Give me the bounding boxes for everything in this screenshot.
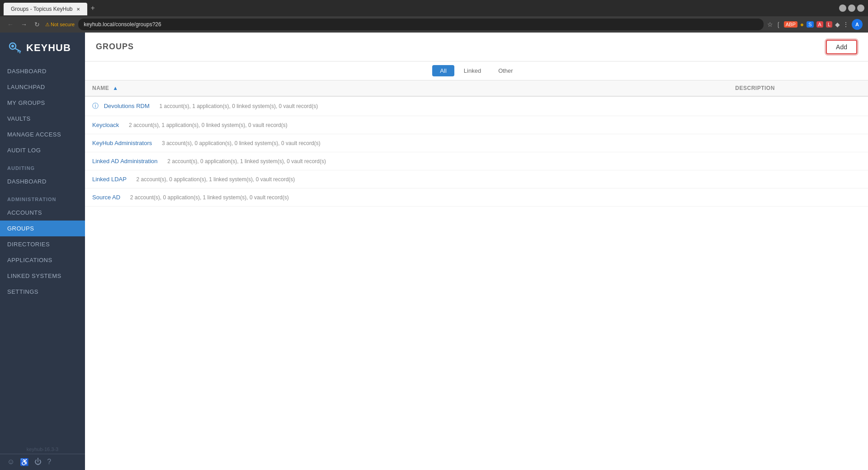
sidebar-item-manage-access[interactable]: MANAGE ACCESS bbox=[0, 127, 85, 142]
sidebar-item-linked-systems[interactable]: LINKED SYSTEMS bbox=[0, 268, 85, 284]
auditing-section-label: AUDITING bbox=[0, 158, 85, 174]
app-layout: KEYHUB DASHBOARD LAUNCHPAD MY GROUPS VAU… bbox=[0, 33, 868, 470]
group-name-link[interactable]: Linked AD Administration bbox=[92, 158, 158, 164]
group-details: 1 account(s), 1 application(s), 0 linked… bbox=[159, 103, 318, 109]
forward-button[interactable]: → bbox=[19, 20, 29, 29]
table-row: Keycloack 2 account(s), 1 application(s)… bbox=[85, 116, 868, 134]
table-cell-name: Linked LDAP 2 account(s), 0 application(… bbox=[85, 170, 728, 188]
url-text: keyhub.local/console/groups?26 bbox=[84, 21, 161, 28]
sidebar-nav: DASHBOARD LAUNCHPAD MY GROUPS VAULTS MAN… bbox=[0, 63, 85, 445]
filter-tab-all[interactable]: All bbox=[432, 65, 454, 76]
sidebar-item-applications[interactable]: APPLICATIONS bbox=[0, 252, 85, 268]
add-button[interactable]: Add bbox=[826, 40, 857, 54]
group-name-link[interactable]: Keycloack bbox=[92, 122, 119, 128]
main-content: GROUPS Add All Linked Other NAME ▲ DESCR… bbox=[85, 33, 868, 470]
extension-icons: ☆ ❲ ABP ● S A L ◆ ⋮ A bbox=[767, 19, 863, 30]
sidebar: KEYHUB DASHBOARD LAUNCHPAD MY GROUPS VAU… bbox=[0, 33, 85, 470]
page-title: GROUPS bbox=[96, 42, 134, 52]
table-cell-name: Linked AD Administration 2 account(s), 0… bbox=[85, 152, 728, 170]
column-header-name[interactable]: NAME ▲ bbox=[85, 80, 728, 96]
tab-title: Groups - Topicus KeyHub bbox=[11, 6, 73, 12]
table-cell-description bbox=[728, 134, 868, 152]
logo-icon bbox=[7, 40, 24, 56]
sidebar-item-my-groups[interactable]: MY GROUPS bbox=[0, 95, 85, 111]
sidebar-item-directories[interactable]: DIRECTORIES bbox=[0, 236, 85, 252]
table-row: Linked AD Administration 2 account(s), 0… bbox=[85, 152, 868, 170]
security-indicator: ⚠ Not secure bbox=[45, 22, 75, 28]
power-icon[interactable]: ⏻ bbox=[34, 458, 42, 466]
puzzle-icon[interactable]: ◆ bbox=[835, 21, 840, 28]
sidebar-item-audit-log[interactable]: AUDIT LOG bbox=[0, 142, 85, 158]
abp-icon[interactable]: ABP bbox=[784, 21, 797, 28]
sidebar-item-launchpad[interactable]: LAUNCHPAD bbox=[0, 79, 85, 95]
group-name-link[interactable]: KeyHub Administrators bbox=[92, 140, 152, 146]
table-cell-name: ⓘ Devolutions RDM 1 account(s), 1 applic… bbox=[85, 96, 728, 116]
sidebar-item-vaults[interactable]: VAULTS bbox=[0, 111, 85, 127]
svg-point-1 bbox=[11, 45, 14, 47]
reload-button[interactable]: ↻ bbox=[33, 20, 42, 29]
tab-close-icon[interactable]: ✕ bbox=[76, 7, 80, 12]
sort-arrow-icon: ▲ bbox=[113, 85, 118, 91]
group-name-link[interactable]: Devolutions RDM bbox=[104, 103, 150, 109]
groups-table: NAME ▲ DESCRIPTION ⓘ Devolutions RDM 1 a… bbox=[85, 80, 868, 207]
table-row: ⓘ Devolutions RDM 1 account(s), 1 applic… bbox=[85, 96, 868, 116]
group-details: 3 account(s), 0 application(s), 0 linked… bbox=[162, 140, 321, 146]
question-icon[interactable]: ? bbox=[47, 458, 51, 466]
eye-icon[interactable]: ♿ bbox=[20, 458, 29, 466]
star-icon[interactable]: ☆ bbox=[767, 21, 773, 28]
table-cell-description bbox=[728, 152, 868, 170]
logo-text: KEYHUB bbox=[26, 42, 71, 54]
filter-tab-linked[interactable]: Linked bbox=[456, 65, 489, 76]
browser-avatar[interactable]: A bbox=[852, 19, 863, 30]
table-row: Source AD 2 account(s), 0 application(s)… bbox=[85, 188, 868, 207]
window-controls: — □ ✕ bbox=[839, 5, 864, 12]
sidebar-footer: ☺ ♿ ⏻ ? bbox=[0, 454, 85, 470]
sidebar-item-dashboard[interactable]: DASHBOARD bbox=[0, 63, 85, 79]
sidebar-version: keyhub-16.3-3 bbox=[0, 445, 85, 454]
info-icon[interactable]: ⓘ bbox=[92, 102, 99, 109]
table-cell-name: Keycloack 2 account(s), 1 application(s)… bbox=[85, 116, 728, 134]
back-button[interactable]: ← bbox=[5, 20, 15, 29]
table-header-row: NAME ▲ DESCRIPTION bbox=[85, 80, 868, 96]
sidebar-item-auditing-dashboard[interactable]: DASHBOARD bbox=[0, 174, 85, 189]
group-details: 2 account(s), 0 application(s), 1 linked… bbox=[137, 176, 295, 183]
url-bar[interactable]: keyhub.local/console/groups?26 bbox=[78, 19, 764, 30]
not-secure-label: Not secure bbox=[51, 22, 75, 27]
ext-icon-1[interactable]: ● bbox=[800, 21, 804, 28]
new-tab-button[interactable]: + bbox=[87, 4, 99, 12]
group-name-link[interactable]: Source AD bbox=[92, 194, 120, 201]
active-tab[interactable]: Groups - Topicus KeyHub ✕ bbox=[4, 3, 87, 15]
filter-tab-other[interactable]: Other bbox=[491, 65, 521, 76]
sidebar-item-settings[interactable]: SETTINGS bbox=[0, 284, 85, 300]
table-cell-name: KeyHub Administrators 3 account(s), 0 ap… bbox=[85, 134, 728, 152]
group-details: 2 account(s), 0 application(s), 1 linked… bbox=[167, 158, 326, 164]
table-cell-description bbox=[728, 116, 868, 134]
group-name-link[interactable]: Linked LDAP bbox=[92, 176, 127, 183]
browser-chrome: Groups - Topicus KeyHub ✕ + — □ ✕ ← → ↻ … bbox=[0, 0, 868, 33]
filter-tabs: All Linked Other bbox=[85, 61, 868, 80]
groups-table-container: NAME ▲ DESCRIPTION ⓘ Devolutions RDM 1 a… bbox=[85, 80, 868, 470]
column-header-description: DESCRIPTION bbox=[728, 80, 868, 96]
warning-icon: ⚠ bbox=[45, 22, 50, 28]
menu-icon[interactable]: ⋮ bbox=[843, 21, 849, 28]
shield-icon[interactable]: ❲ bbox=[776, 21, 781, 28]
sidebar-item-accounts[interactable]: ACCOUNTS bbox=[0, 205, 85, 221]
table-row: Linked LDAP 2 account(s), 0 application(… bbox=[85, 170, 868, 188]
keyhub-logo-svg bbox=[8, 41, 23, 55]
page-header: GROUPS Add bbox=[85, 33, 868, 61]
administration-section-label: ADMINISTRATION bbox=[0, 189, 85, 205]
ext-icon-4[interactable]: L bbox=[826, 21, 832, 28]
group-details: 2 account(s), 1 application(s), 0 linked… bbox=[129, 122, 288, 128]
ext-icon-2[interactable]: S bbox=[807, 21, 813, 28]
user-icon[interactable]: ☺ bbox=[7, 458, 14, 466]
maximize-button[interactable]: □ bbox=[848, 5, 855, 12]
sidebar-item-groups[interactable]: GROUPS bbox=[0, 221, 85, 236]
minimize-button[interactable]: — bbox=[839, 5, 846, 12]
close-button[interactable]: ✕ bbox=[857, 5, 864, 12]
footer-icons: ☺ ♿ ⏻ ? bbox=[7, 458, 51, 466]
sidebar-logo: KEYHUB bbox=[0, 33, 85, 63]
table-cell-description bbox=[728, 96, 868, 116]
table-cell-description bbox=[728, 170, 868, 188]
ext-icon-3[interactable]: A bbox=[816, 21, 823, 28]
table-cell-name: Source AD 2 account(s), 0 application(s)… bbox=[85, 188, 728, 207]
